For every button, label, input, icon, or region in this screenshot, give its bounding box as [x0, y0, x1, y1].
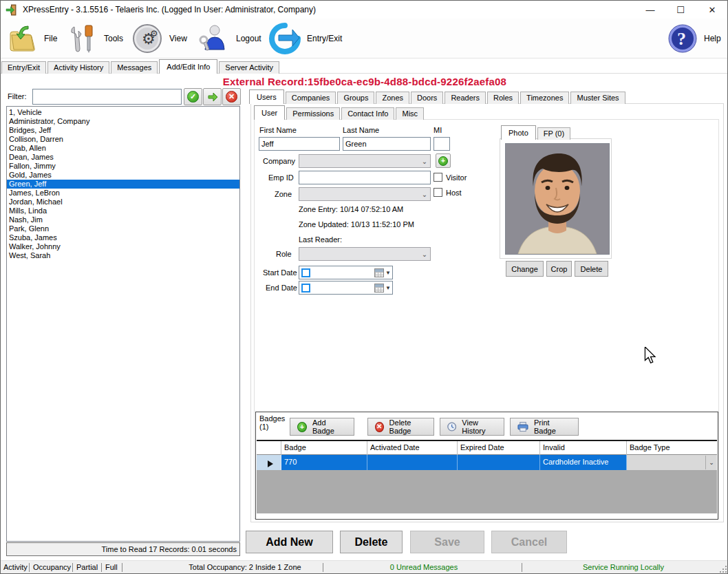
col-activated-date[interactable]: Activated Date — [367, 441, 458, 455]
tab-roles[interactable]: Roles — [487, 92, 519, 104]
badge-row[interactable]: 770 Cardholder Inactive ⌄ — [257, 455, 717, 470]
col-invalid[interactable]: Invalid — [540, 441, 627, 455]
tab-timezones[interactable]: Timezones — [520, 92, 569, 104]
tab-user[interactable]: User — [254, 105, 285, 120]
end-date-checkbox[interactable] — [301, 284, 310, 293]
tab-add-edit-info[interactable]: Add/Edit Info — [159, 59, 217, 74]
filter-input[interactable] — [32, 89, 182, 105]
list-item-selected[interactable]: Green, Jeff — [7, 180, 239, 189]
list-item[interactable]: Crab, Allen — [7, 144, 239, 153]
logout-label: Logout — [236, 34, 261, 43]
chevron-down-icon[interactable]: ⌄ — [705, 456, 717, 469]
list-item[interactable]: Mills, Linda — [7, 206, 239, 215]
list-item[interactable]: Walker, Johnny — [7, 242, 239, 251]
view-history-button[interactable]: View History — [440, 418, 504, 436]
list-item[interactable]: Park, Glenn — [7, 224, 239, 233]
add-badge-button[interactable]: + Add Badge — [290, 418, 354, 436]
filter-clear-button[interactable]: ✕ — [222, 88, 241, 105]
logout-button[interactable]: Logout — [194, 20, 264, 57]
tab-fingerprint[interactable]: FP (0) — [537, 127, 570, 140]
add-company-button[interactable]: + — [436, 153, 451, 168]
start-date-picker[interactable]: ▼ — [299, 266, 393, 279]
print-badge-button[interactable]: Print Badge — [510, 418, 579, 436]
list-item[interactable]: Bridges, Jeff — [7, 126, 239, 135]
list-item[interactable]: James, LeBron — [7, 189, 239, 198]
minimize-button[interactable]: — — [635, 1, 665, 19]
tab-misc[interactable]: Misc — [396, 107, 424, 120]
col-badge[interactable]: Badge — [281, 441, 367, 455]
status-partial-link[interactable]: Partial — [76, 563, 98, 571]
list-item[interactable]: Dean, James — [7, 153, 239, 162]
tab-photo[interactable]: Photo — [501, 125, 536, 140]
tab-messages[interactable]: Messages — [111, 61, 158, 74]
col-expired-date[interactable]: Expired Date — [458, 441, 540, 455]
badge-type-dropdown-cell[interactable]: ⌄ — [627, 455, 717, 470]
save-button[interactable]: Save — [410, 531, 484, 553]
read-time-status: Time to Read 17 Records: 0.01 seconds — [6, 542, 240, 556]
dropdown-arrow-icon[interactable]: ▼ — [384, 270, 392, 276]
tab-muster-sites[interactable]: Muster Sites — [570, 92, 625, 104]
zone-dropdown[interactable]: ⌄ — [299, 187, 431, 201]
list-item[interactable]: West, Sarah — [7, 251, 239, 260]
list-item[interactable]: Administrator, Company — [7, 117, 239, 126]
tab-zones[interactable]: Zones — [376, 92, 409, 104]
dropdown-arrow-icon[interactable]: ▼ — [384, 285, 392, 291]
file-menu-button[interactable]: File — [5, 20, 60, 57]
visitor-checkbox[interactable] — [433, 173, 442, 182]
list-item[interactable]: Gold, James — [7, 171, 239, 180]
tab-activity-history[interactable]: Activity History — [47, 61, 109, 74]
crop-photo-button[interactable]: Crop — [546, 261, 572, 277]
end-date-picker[interactable]: ▼ — [299, 281, 393, 295]
expired-date-cell[interactable] — [458, 455, 540, 470]
badge-number-cell[interactable]: 770 — [281, 455, 367, 470]
delete-button[interactable]: Delete — [340, 531, 403, 553]
list-item[interactable]: Szuba, James — [7, 233, 239, 242]
change-photo-button[interactable]: Change — [506, 261, 544, 277]
close-button[interactable]: ✕ — [697, 1, 727, 19]
list-item[interactable]: Fallon, Jimmy — [7, 162, 239, 171]
invalid-cell[interactable]: Cardholder Inactive — [540, 455, 627, 470]
last-name-input[interactable] — [343, 137, 431, 151]
emp-id-input[interactable] — [299, 171, 431, 184]
list-item[interactable]: 1, Vehicle — [7, 108, 239, 117]
view-menu-button[interactable]: ⚙ ⚙ View — [129, 20, 190, 57]
activated-date-cell[interactable] — [367, 455, 458, 470]
mi-input[interactable] — [433, 137, 450, 151]
maximize-button[interactable]: ☐ — [665, 1, 696, 19]
list-item[interactable]: Nash, Jim — [7, 215, 239, 224]
status-activity-link[interactable]: Activity — [3, 563, 28, 571]
tab-contact-info[interactable]: Contact Info — [341, 107, 394, 120]
resize-grip[interactable] — [719, 565, 727, 573]
col-badge-type[interactable]: Badge Type — [627, 441, 717, 455]
filter-apply-button[interactable]: ✓ — [184, 88, 202, 105]
tab-permissions[interactable]: Permissions — [286, 107, 340, 120]
role-dropdown[interactable]: ⌄ — [299, 247, 431, 261]
tab-users[interactable]: Users — [249, 89, 284, 104]
first-name-input[interactable] — [259, 137, 340, 151]
filter-next-button[interactable] — [203, 88, 222, 105]
list-item[interactable]: Jordan, Michael — [7, 198, 239, 206]
help-button[interactable]: ? Help — [665, 20, 724, 57]
list-item[interactable]: Collison, Darren — [7, 135, 239, 144]
company-dropdown[interactable]: ⌄ — [299, 154, 431, 168]
cancel-button[interactable]: Cancel — [491, 531, 567, 553]
tab-server-activity[interactable]: Server Activity — [219, 61, 279, 74]
tab-entry-exit[interactable]: Entry/Exit — [1, 61, 46, 74]
separator — [323, 563, 323, 572]
host-checkbox[interactable] — [433, 188, 442, 197]
entry-exit-button[interactable]: Entry/Exit — [266, 20, 345, 57]
row-selector-cell[interactable] — [257, 455, 281, 470]
tools-menu-button[interactable]: Tools — [65, 20, 126, 57]
start-date-checkbox[interactable] — [301, 268, 310, 277]
delete-badge-button[interactable]: ✕ Delete Badge — [367, 418, 434, 436]
tab-doors[interactable]: Doors — [411, 92, 443, 104]
last-name-label: Last Name — [343, 126, 379, 134]
status-full-link[interactable]: Full — [105, 563, 118, 571]
tab-readers[interactable]: Readers — [445, 92, 486, 104]
delete-photo-button[interactable]: Delete — [575, 261, 608, 277]
user-listbox[interactable]: 1, Vehicle Administrator, Company Bridge… — [6, 106, 240, 542]
status-occupancy-link[interactable]: Occupancy — [33, 563, 71, 571]
add-new-button[interactable]: Add New — [246, 531, 333, 553]
tab-groups[interactable]: Groups — [337, 92, 374, 104]
tab-companies[interactable]: Companies — [286, 92, 336, 104]
